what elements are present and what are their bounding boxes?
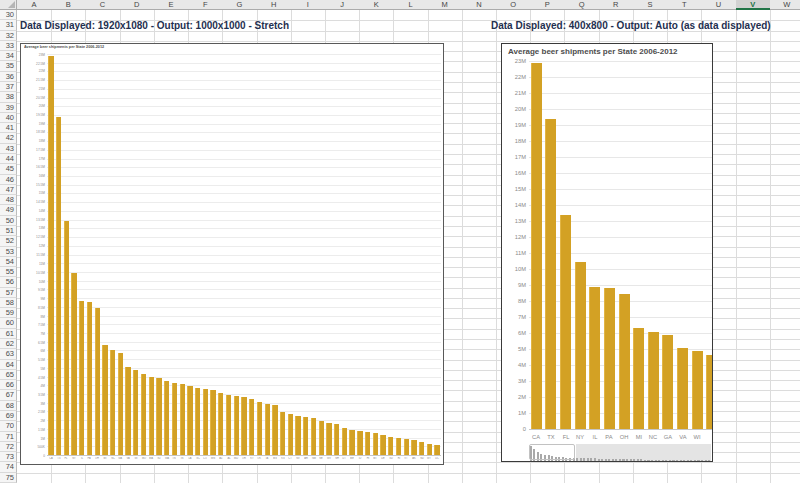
row-header-50[interactable]: 50 xyxy=(0,216,17,226)
bar-WV[interactable] xyxy=(326,423,331,455)
row-header-62[interactable]: 62 xyxy=(0,339,17,349)
select-all-corner-icon[interactable] xyxy=(0,0,17,10)
column-header-P[interactable]: P xyxy=(530,0,565,10)
row-header-57[interactable]: 57 xyxy=(0,288,17,298)
row-header-38[interactable]: 38 xyxy=(0,92,17,102)
bar-NY[interactable] xyxy=(575,262,586,429)
column-header-V[interactable]: V xyxy=(736,0,771,10)
bar-MI[interactable] xyxy=(633,328,644,429)
column-header-C[interactable]: C xyxy=(85,0,120,10)
bar-IL[interactable] xyxy=(79,301,84,455)
row-header-68[interactable]: 68 xyxy=(0,401,17,411)
bar-IL[interactable] xyxy=(589,287,600,429)
scrollbar-viewport-handle[interactable] xyxy=(529,444,575,460)
row-header-46[interactable]: 46 xyxy=(0,175,17,185)
chart-stretched-1000x1000[interactable]: Average beer shipments per State 2006-20… xyxy=(20,43,444,465)
row-header-71[interactable]: 71 xyxy=(0,432,17,442)
row-header-37[interactable]: 37 xyxy=(0,82,17,92)
bar-KS[interactable] xyxy=(280,412,285,455)
column-header-W[interactable]: W xyxy=(770,0,800,10)
bar-OH[interactable] xyxy=(619,294,630,429)
row-header-67[interactable]: 67 xyxy=(0,390,17,400)
row-header-33[interactable]: 33 xyxy=(0,41,17,51)
row-header-42[interactable]: 42 xyxy=(0,133,17,143)
bar-VA[interactable] xyxy=(677,348,688,429)
row-header-61[interactable]: 61 xyxy=(0,329,17,339)
row-header-47[interactable]: 47 xyxy=(0,185,17,195)
row-header-34[interactable]: 34 xyxy=(0,51,17,61)
column-header-J[interactable]: J xyxy=(325,0,360,10)
row-header-64[interactable]: 64 xyxy=(0,360,17,370)
row-header-41[interactable]: 41 xyxy=(0,123,17,133)
bar-FL[interactable] xyxy=(560,215,571,429)
bar-NY[interactable] xyxy=(71,273,76,455)
row-header-55[interactable]: 55 xyxy=(0,267,17,277)
row-header-69[interactable]: 69 xyxy=(0,411,17,421)
bar-MO[interactable] xyxy=(141,374,146,455)
bar-MA[interactable] xyxy=(149,377,154,455)
bar-LA[interactable] xyxy=(187,386,192,455)
row-header-56[interactable]: 56 xyxy=(0,277,17,287)
bar-CT[interactable] xyxy=(288,414,293,455)
row-header-43[interactable]: 43 xyxy=(0,144,17,154)
row-header-39[interactable]: 39 xyxy=(0,103,17,113)
bar-NE[interactable] xyxy=(319,421,324,455)
bar-SC[interactable] xyxy=(195,388,200,455)
row-header-66[interactable]: 66 xyxy=(0,380,17,390)
row-header-75[interactable]: 75 xyxy=(0,473,17,483)
column-header-T[interactable]: T xyxy=(667,0,702,10)
bar-WI[interactable] xyxy=(692,351,703,429)
bar-GA[interactable] xyxy=(118,353,123,455)
row-header-36[interactable]: 36 xyxy=(0,72,17,82)
bar-TX[interactable] xyxy=(56,117,61,455)
bar-NV[interactable] xyxy=(295,416,300,455)
row-header-48[interactable]: 48 xyxy=(0,195,17,205)
row-header-40[interactable]: 40 xyxy=(0,113,17,123)
bar-ME[interactable] xyxy=(349,430,354,455)
bar-OH[interactable] xyxy=(95,308,100,455)
bar-WY[interactable] xyxy=(427,444,432,455)
bar-AL[interactable] xyxy=(226,395,231,455)
row-header-31[interactable]: 31 xyxy=(0,20,17,30)
bar-DC[interactable] xyxy=(434,445,439,455)
bar-CA[interactable] xyxy=(531,63,542,429)
bar-ID[interactable] xyxy=(357,431,362,455)
bar-MI[interactable] xyxy=(102,345,107,455)
bar-VA[interactable] xyxy=(125,367,130,455)
bar-GA[interactable] xyxy=(662,335,673,429)
column-header-K[interactable]: K xyxy=(359,0,394,10)
bar-KY[interactable] xyxy=(249,399,254,455)
chart-auto-400x800[interactable]: Average beer shipments per State 2006-20… xyxy=(501,43,713,462)
bar-TX[interactable] xyxy=(545,119,556,429)
bar-IA[interactable] xyxy=(265,404,270,455)
row-header-52[interactable]: 52 xyxy=(0,236,17,246)
column-header-I[interactable]: I xyxy=(291,0,326,10)
row-header-70[interactable]: 70 xyxy=(0,421,17,431)
row-header-32[interactable]: 32 xyxy=(0,31,17,41)
bar-MS[interactable] xyxy=(272,405,277,455)
bar-NH[interactable] xyxy=(334,424,339,455)
column-header-D[interactable]: D xyxy=(120,0,155,10)
row-header-60[interactable]: 60 xyxy=(0,318,17,328)
column-header-S[interactable]: S xyxy=(633,0,668,10)
column-header-A[interactable]: A xyxy=(17,0,52,10)
row-header-53[interactable]: 53 xyxy=(0,247,17,257)
bar-WI[interactable] xyxy=(133,370,138,455)
column-header-H[interactable]: H xyxy=(257,0,292,10)
bar-ND[interactable] xyxy=(419,442,424,455)
bar-PA[interactable] xyxy=(87,302,92,455)
column-header-Q[interactable]: Q xyxy=(564,0,599,10)
row-header-72[interactable]: 72 xyxy=(0,442,17,452)
bar-AK[interactable] xyxy=(411,440,416,455)
row-header-35[interactable]: 35 xyxy=(0,61,17,71)
bar-DE[interactable] xyxy=(380,435,385,455)
bar-UT[interactable] xyxy=(342,428,347,455)
column-header-F[interactable]: F xyxy=(188,0,223,10)
bar-CA[interactable] xyxy=(48,56,53,455)
bar-SD[interactable] xyxy=(388,437,393,455)
bar-RI[interactable] xyxy=(396,438,401,455)
row-header-59[interactable]: 59 xyxy=(0,308,17,318)
column-header-R[interactable]: R xyxy=(599,0,634,10)
bar-OR[interactable] xyxy=(241,397,246,455)
bar-MD[interactable] xyxy=(234,396,239,455)
